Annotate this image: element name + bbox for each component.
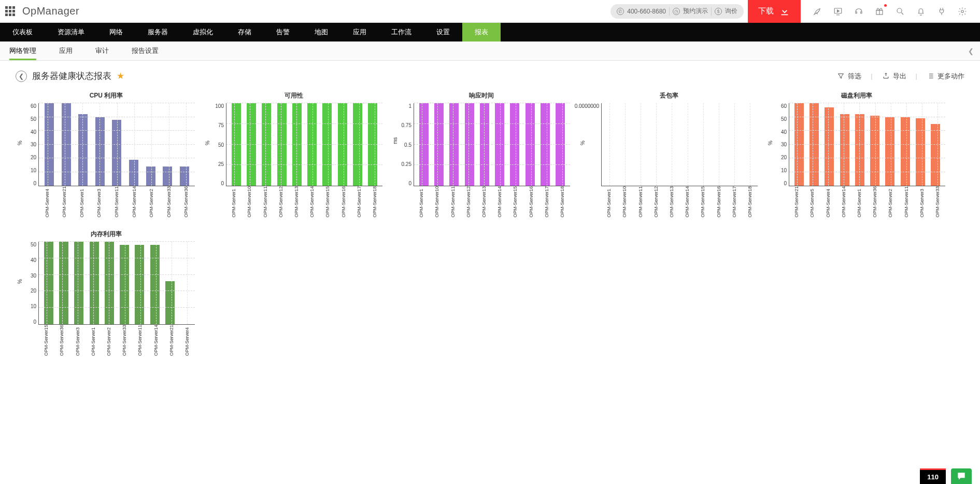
nav-11[interactable]: 报表 <box>462 23 501 42</box>
bar[interactable] <box>916 118 925 186</box>
x-tick: OPM-Server3 <box>919 186 925 219</box>
quote-link[interactable]: 询价 <box>725 7 737 16</box>
x-tick: OPM-Server16 <box>716 186 721 219</box>
bar[interactable] <box>62 103 71 186</box>
x-tick: OPM-Server2 <box>149 186 154 219</box>
bar[interactable] <box>931 124 940 186</box>
more-actions[interactable]: 更多动作 <box>927 72 964 81</box>
nav-7[interactable]: 地图 <box>302 23 340 42</box>
contact-pill: ✆ 400-660-8680 ◷ 预约演示 $ 询价 <box>610 4 744 19</box>
bar[interactable] <box>232 103 241 186</box>
x-tick: OPM-Server36 <box>872 186 877 219</box>
bar[interactable] <box>525 103 535 186</box>
bar[interactable] <box>146 167 155 186</box>
chart-title: CPU 利用率 <box>18 91 195 100</box>
bar[interactable] <box>794 103 804 186</box>
bar[interactable] <box>885 117 894 186</box>
nav-4[interactable]: 虚拟化 <box>180 23 225 42</box>
charts-grid: CPU 利用率6050403020100%OPM-Server4OPM-Serv… <box>0 89 980 374</box>
x-tick: OPM-Server10 <box>434 186 439 219</box>
bar[interactable] <box>510 103 519 186</box>
bar[interactable] <box>353 103 362 186</box>
bell-icon[interactable] <box>916 6 926 17</box>
x-tick: OPM-Server14 <box>685 186 690 219</box>
nav-0[interactable]: 仪表板 <box>0 23 45 42</box>
subnav-1[interactable]: 应用 <box>59 42 73 60</box>
bar[interactable] <box>322 103 332 186</box>
bar[interactable] <box>247 103 256 186</box>
x-tick: OPM-Server10 <box>622 186 627 219</box>
nav-2[interactable]: 网络 <box>97 23 135 42</box>
bar[interactable] <box>434 103 444 186</box>
bar[interactable] <box>368 103 377 186</box>
x-tick: OPM-Server3 <box>75 325 80 358</box>
download-button[interactable]: 下载 <box>748 0 801 23</box>
bar[interactable] <box>262 103 271 186</box>
headset-icon[interactable] <box>854 6 864 17</box>
subnav-0[interactable]: 网络管理 <box>9 42 36 60</box>
subnav-expand-icon[interactable]: ❮ <box>962 47 980 55</box>
nav-9[interactable]: 工作流 <box>379 23 424 42</box>
nav-5[interactable]: 存储 <box>225 23 264 42</box>
phone-number: 400-660-8680 <box>627 8 666 15</box>
x-tick: OPM-Server21 <box>62 186 67 219</box>
bar[interactable] <box>90 242 99 324</box>
gear-icon[interactable] <box>957 6 968 17</box>
gift-icon[interactable] <box>874 6 885 17</box>
filter-icon <box>837 72 845 80</box>
bar[interactable] <box>556 103 565 186</box>
subnav-2[interactable]: 审计 <box>95 42 109 60</box>
nav-8[interactable]: 应用 <box>340 23 379 42</box>
bar[interactable] <box>150 245 160 324</box>
x-tick: OPM-Server13 <box>669 186 674 219</box>
bar[interactable] <box>825 107 834 186</box>
apps-launcher-icon[interactable] <box>5 6 15 16</box>
bar[interactable] <box>840 114 849 186</box>
bar[interactable] <box>44 242 53 324</box>
bar[interactable] <box>74 242 83 324</box>
phone-icon: ✆ <box>617 8 624 15</box>
bar[interactable] <box>165 281 175 324</box>
bar[interactable] <box>45 103 54 186</box>
x-tick: OPM-Server10 <box>247 186 252 219</box>
x-tick: OPM-Server18 <box>560 186 565 219</box>
nav-6[interactable]: 告警 <box>264 23 302 42</box>
nav-10[interactable]: 设置 <box>424 23 462 42</box>
bar[interactable] <box>809 103 819 186</box>
chart-title: 可用性 <box>205 91 382 100</box>
bar[interactable] <box>78 114 88 186</box>
x-tick: OPM-Server12 <box>466 186 471 219</box>
x-tick: OPM-Server11 <box>638 186 643 219</box>
bar[interactable] <box>163 167 172 186</box>
nav-1[interactable]: 资源清单 <box>45 23 97 42</box>
bar[interactable] <box>901 117 910 186</box>
search-icon[interactable] <box>895 6 905 17</box>
demo-link[interactable]: 预约演示 <box>683 7 708 16</box>
bar[interactable] <box>465 103 474 186</box>
bar[interactable] <box>338 103 347 186</box>
chart-title: 响应时间 <box>393 91 570 100</box>
back-button[interactable]: ❮ <box>16 71 27 82</box>
x-tick: OPM-Server14 <box>309 186 315 219</box>
x-tick: OPM-Server36 <box>59 325 64 358</box>
favorite-star-icon[interactable]: ★ <box>117 71 124 81</box>
bar[interactable] <box>180 167 189 186</box>
x-tick: OPM-Server3 <box>96 186 102 219</box>
filter-action[interactable]: 筛选 <box>837 72 861 81</box>
plug-icon[interactable] <box>936 6 947 17</box>
bar[interactable] <box>135 245 144 324</box>
rocket-icon[interactable] <box>812 6 822 17</box>
x-tick: OPM-Server1 <box>91 325 96 358</box>
screen-play-icon[interactable] <box>833 6 843 17</box>
export-action[interactable]: 导出 <box>882 72 906 81</box>
bar[interactable] <box>541 103 550 186</box>
subnav-3[interactable]: 报告设置 <box>132 42 159 60</box>
x-tick: OPM-Server1 <box>857 186 862 219</box>
bar[interactable] <box>277 103 287 186</box>
bar[interactable] <box>419 103 429 186</box>
bar[interactable] <box>59 242 68 324</box>
chart-3: 丢包率0.0000000%OPM-Server1OPM-Server10OPM-… <box>580 91 758 219</box>
chart-5: 内存利用率50403020100%OPM-Server15OPM-Server3… <box>18 230 195 358</box>
nav-3[interactable]: 服务器 <box>135 23 180 42</box>
bar[interactable] <box>449 103 459 186</box>
